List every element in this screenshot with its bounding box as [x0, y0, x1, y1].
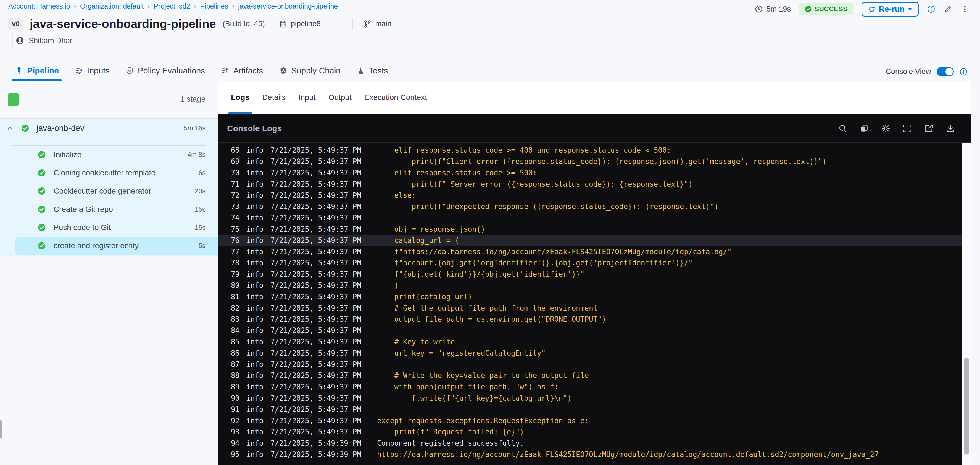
log-message: # Key to write — [377, 338, 455, 346]
status-badge: SUCCESS — [799, 3, 853, 16]
log-level: info — [246, 417, 264, 425]
step-create-a-git-repo[interactable]: Create a Git repo 15s — [0, 200, 218, 218]
open-in-new-icon[interactable] — [924, 124, 934, 133]
toggle-knob — [945, 68, 953, 75]
console-view-info-icon[interactable] — [959, 68, 967, 76]
log-message: elif response.status_code >= 400 and res… — [377, 146, 671, 154]
tab-label: Supply Chain — [291, 66, 340, 75]
step-name: Push code to Git — [54, 223, 111, 232]
chevron-down-icon — [908, 8, 912, 11]
stage-count-header: 1 stage — [0, 81, 218, 119]
step-create-and-register-entity[interactable]: create and register entity 5s — [14, 236, 218, 255]
log-message: output_file_path = os.environ.get("DRONE… — [377, 315, 606, 323]
build-id-label: (Build Id: 45) — [223, 20, 265, 28]
log-scrollbar[interactable] — [963, 143, 970, 465]
edit-pencil-icon[interactable] — [943, 5, 952, 14]
step-cloning-cookiecutter-template[interactable]: Cloning cookiecutter template 6s — [0, 164, 218, 182]
tab-output[interactable]: Output — [328, 81, 352, 114]
log-row: 68info7/21/2025, 5:49:37 PM elif respons… — [218, 145, 963, 156]
log-row: 75info7/21/2025, 5:49:37 PM obj = respon… — [218, 224, 963, 235]
tab-tests[interactable]: Tests — [355, 61, 389, 81]
settings-gear-icon[interactable] — [881, 124, 891, 133]
step-initialize[interactable]: Initialize 4m 8s — [0, 146, 218, 164]
breadcrumb-pipelines[interactable]: Pipelines — [200, 2, 228, 10]
tab-pipeline[interactable]: Pipeline — [14, 61, 60, 81]
log-level: info — [246, 338, 264, 346]
version-badge: v0 — [8, 18, 23, 30]
supply-chain-icon — [279, 67, 288, 75]
console-view-control: Console View — [886, 67, 967, 76]
breadcrumb-organization[interactable]: Organization: default — [80, 2, 144, 10]
log-level: info — [246, 248, 264, 256]
step-cookiecutter-code-generator[interactable]: Cookiecutter code generator 20s — [0, 182, 218, 200]
stage-status-square — [8, 93, 19, 106]
step-push-code-to-git[interactable]: Push code to Git 15s — [0, 218, 218, 236]
log-viewport[interactable]: 68info7/21/2025, 5:49:37 PM elif respons… — [218, 143, 963, 465]
log-level: info — [246, 360, 264, 369]
left-panel-handle[interactable] — [0, 420, 3, 438]
log-level: info — [246, 146, 264, 154]
chevron-up-icon[interactable] — [6, 124, 14, 132]
log-line-number: 93 — [230, 428, 239, 436]
log-row: 90info7/21/2025, 5:49:37 PM f.write(f"{u… — [218, 393, 963, 404]
breadcrumb-project[interactable]: Project: sd2 — [154, 2, 190, 10]
tab-policy-evaluations[interactable]: Policy Evaluations — [124, 61, 206, 81]
log-link[interactable]: https://qa.harness.io/ng/account/zEaak-F… — [403, 248, 727, 256]
tab-inputs[interactable]: Inputs — [74, 61, 111, 81]
step-duration: 15s — [195, 205, 205, 213]
log-message: url_key = "registeredCatalogEntity" — [377, 349, 546, 357]
log-timestamp: 7/21/2025, 5:49:37 PM — [270, 281, 361, 290]
tab-details[interactable]: Details — [262, 81, 286, 114]
console-logs-title: Console Logs — [227, 124, 282, 133]
log-row: 81info7/21/2025, 5:49:37 PM print(catalo… — [218, 291, 963, 302]
harness-pipeline-execution-page: Account: Harness.io › Organization: defa… — [0, 0, 980, 465]
info-icon[interactable] — [927, 5, 935, 13]
log-message: except requests.exceptions.RequestExcept… — [377, 417, 589, 425]
log-row: 84info7/21/2025, 5:49:37 PM — [218, 325, 963, 336]
log-timestamp: 7/21/2025, 5:49:37 PM — [270, 338, 361, 346]
scrollbar-thumb[interactable] — [964, 358, 969, 454]
stage-row-java-onb-dev[interactable]: java-onb-dev 5m 16s — [0, 119, 218, 138]
more-options-kebab-icon[interactable] — [961, 5, 969, 13]
tab-execution-context[interactable]: Execution Context — [364, 81, 427, 114]
console-toolbar — [838, 124, 955, 133]
log-line-number: 69 — [230, 157, 239, 166]
log-timestamp: 7/21/2025, 5:49:37 PM — [270, 315, 361, 323]
repo-info[interactable]: </> pipeline8 — [279, 20, 321, 28]
log-message: else: — [377, 191, 416, 200]
log-level: info — [246, 214, 264, 222]
flask-icon — [356, 67, 365, 75]
log-timestamp: 7/21/2025, 5:49:37 PM — [270, 270, 361, 278]
tab-input[interactable]: Input — [298, 81, 315, 114]
log-row: 77info7/21/2025, 5:49:37 PM f"https://qa… — [218, 246, 963, 257]
tab-supply-chain[interactable]: Supply Chain — [278, 61, 342, 81]
log-line-number: 87 — [230, 360, 239, 369]
rerun-button[interactable]: Re-run — [862, 2, 919, 17]
log-level: info — [246, 405, 264, 414]
divider — [352, 18, 353, 30]
tab-logs[interactable]: Logs — [231, 81, 250, 114]
breadcrumb-account[interactable]: Account: Harness.io — [8, 2, 70, 10]
log-line-number: 68 — [230, 146, 239, 154]
console-view-toggle[interactable] — [937, 67, 954, 76]
copy-icon[interactable] — [859, 124, 869, 133]
log-level: info — [246, 270, 264, 278]
log-line-number: 92 — [230, 417, 239, 425]
stage-duration: 5m 16s — [184, 124, 205, 132]
tab-artifacts[interactable]: Artifacts — [220, 61, 264, 81]
download-icon[interactable] — [946, 124, 955, 133]
log-line-number: 76 — [230, 236, 239, 244]
log-message: obj = response.json() — [377, 225, 485, 233]
inputs-icon — [75, 67, 83, 75]
log-level: info — [246, 349, 264, 357]
log-line-number: 74 — [230, 214, 239, 222]
log-link[interactable]: https://qa.harness.io/ng/account/zEaak-F… — [377, 451, 879, 459]
breadcrumb-pipeline-name[interactable]: java-service-onboarding-pipeline — [238, 2, 338, 10]
log-message: f"https://qa.harness.io/ng/account/zEaak… — [377, 248, 732, 256]
log-row: 71info7/21/2025, 5:49:37 PM print(f" Ser… — [218, 178, 963, 190]
search-icon[interactable] — [838, 124, 847, 133]
branch-info[interactable]: main — [363, 20, 392, 28]
log-timestamp: 7/21/2025, 5:49:39 PM — [270, 439, 361, 448]
fullscreen-icon[interactable] — [903, 124, 912, 133]
log-line-number: 73 — [230, 202, 239, 211]
